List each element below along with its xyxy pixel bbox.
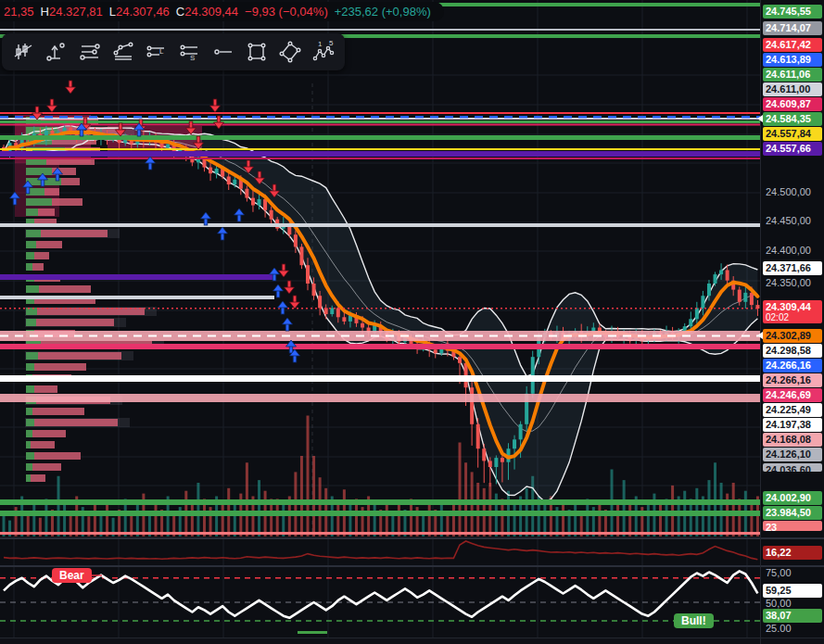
parallel-lines-icon (79, 41, 101, 63)
price-label: 24.745,55 (763, 5, 822, 19)
price-label: 24.557,66 (763, 142, 822, 156)
rectangle-tool[interactable] (241, 36, 273, 68)
rsi-pane (0, 571, 760, 634)
price-label: 24.266,16 (763, 359, 822, 373)
price-label: 59,25 (763, 584, 822, 598)
price-label: 38,07 (763, 609, 822, 623)
low-value: L24.307,46 (109, 5, 170, 19)
bars-pattern-icon (12, 41, 34, 63)
price-label: 24.500,00 (763, 185, 822, 199)
volume-bars (3, 416, 759, 537)
price-label: 24.266,16 (763, 373, 822, 387)
current-price-label: 24.309,4402:02 (763, 300, 822, 323)
orange-ma (4, 133, 757, 458)
price-label: 23.984,50 (763, 506, 822, 520)
change-points: −9,93 (−0,04%) (245, 5, 328, 19)
ohlc-legend: 21,35 H24.327,81 L24.307,46 C24.309,44 −… (0, 2, 444, 21)
price-label: 24.617,42 (763, 38, 822, 52)
bars-pattern-tool[interactable] (7, 36, 39, 68)
price-label: 24.584,35 (763, 112, 822, 126)
close-value: C24.309,44 (176, 5, 238, 19)
price-label: 75,00 (763, 566, 822, 580)
price-axis[interactable]: 24.745,5524.714,0724.617,4224.613,8924.6… (760, 0, 824, 644)
price-pointer-icon (757, 115, 763, 122)
level-lines (0, 3, 760, 535)
price-label: 16,22 (763, 546, 822, 560)
price-label: 24.246,69 (763, 388, 822, 402)
price-pointer-icon (757, 332, 763, 339)
svg-text:5: 5 (329, 41, 334, 47)
high-value: H24.327,81 (41, 5, 103, 19)
price-label: 24.557,84 (763, 127, 822, 141)
price-label: 24.613,89 (763, 53, 822, 67)
disjoint-channel-tool[interactable] (108, 36, 139, 68)
short-position-icon: S (179, 41, 201, 63)
elliott-wave-tool[interactable]: 15 (308, 36, 339, 68)
long-position-tool[interactable]: L (141, 36, 172, 68)
drawing-toolbar: L S (2, 33, 345, 70)
atr-pane (4, 541, 757, 560)
pane-divider[interactable] (0, 565, 824, 567)
disjoint-channel-icon (112, 41, 134, 63)
price-label: 24.714,07 (763, 21, 822, 35)
price-label: 24.036,60 (763, 463, 822, 472)
price-label: 24.298,58 (763, 344, 822, 358)
price-label: 24.225,49 (763, 403, 822, 417)
price-label: 23 (763, 521, 822, 531)
price-label: 24.371,66 (763, 261, 822, 275)
pane-divider[interactable] (0, 537, 824, 539)
svg-text:S: S (190, 54, 195, 62)
price-label: 24.126,10 (763, 448, 822, 461)
trend-arrow-tool[interactable] (41, 36, 72, 68)
price-label: 24.609,87 (763, 97, 822, 111)
bull-signal-bubble: Bull! (674, 613, 714, 628)
short-position-tool[interactable]: S (174, 36, 206, 68)
rotated-rectangle-tool[interactable] (274, 36, 306, 68)
rotated-rectangle-icon (279, 41, 301, 63)
elliott-wave-icon: 15 (312, 41, 335, 63)
change-session: +235,62 (+0,98%) (335, 5, 431, 19)
price-label: 24.450,00 (763, 214, 822, 228)
price-label: 25.00 (763, 622, 822, 636)
price-label: 24.611,06 (763, 68, 822, 82)
svg-text:1: 1 (318, 41, 323, 48)
price-label: 24.350,00 (763, 276, 822, 290)
time-axis[interactable] (0, 638, 824, 644)
price-label: 24.611,00 (763, 82, 822, 96)
price-label: 24.197,38 (763, 418, 822, 432)
open-value: 21,35 (4, 5, 34, 19)
svg-text:L: L (159, 47, 164, 56)
rectangle-icon (246, 41, 268, 63)
chart-canvas[interactable] (0, 0, 824, 644)
long-position-icon: L (146, 41, 168, 63)
price-label: 24.002,90 (763, 491, 822, 505)
price-label: 24.400,00 (763, 244, 822, 258)
parallel-lines-tool[interactable] (74, 36, 106, 68)
price-label: 24.168,08 (763, 433, 822, 447)
price-label: 24.302,89 (763, 329, 822, 343)
horizontal-ray-icon (212, 41, 235, 63)
trend-arrow-icon (45, 41, 68, 63)
bear-signal-bubble: Bear (52, 568, 92, 583)
trading-chart-app: 24.745,5524.714,0724.617,4224.613,8924.6… (0, 0, 824, 644)
horizontal-ray-tool[interactable] (208, 36, 239, 68)
